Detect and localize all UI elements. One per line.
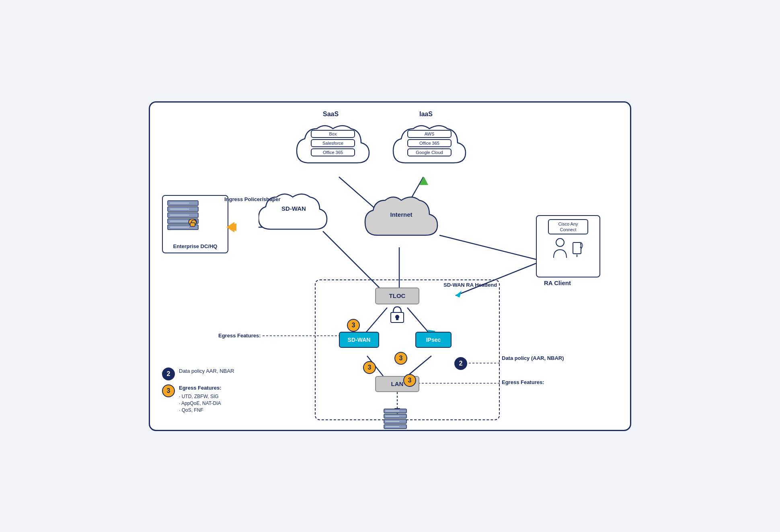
internet-cloud: Internet (363, 189, 439, 251)
cisco-anyconnect-box: Cisco Any Connect (548, 219, 588, 235)
sdwan-ra-label: SD-WAN RA Headend (443, 281, 497, 289)
badge-3-lower-left: 3 (363, 361, 376, 374)
sdwan-cloud-label: SD-WAN (259, 205, 329, 212)
iaas-office365-box: Office 365 (407, 139, 452, 147)
ingress-label: Ingress Policer/shaper (224, 196, 280, 203)
badge-2: 2 (454, 357, 467, 370)
ra-client-box: Cisco Any Connect (536, 215, 600, 277)
iaas-label: IaaS (419, 111, 433, 118)
legend-item-2: 2 Data policy AAR, NBAR (162, 368, 234, 380)
badge-3-lan: 3 (403, 374, 416, 387)
svg-marker-47 (226, 222, 234, 232)
legend-text-3: Egress Features: UTD, ZBFW, SIG AppQoE, … (179, 384, 222, 414)
iaas-cloud: AWS Office 365 Google Cloud (391, 119, 468, 181)
legend-item-3: 3 Egress Features: UTD, ZBFW, SIG AppQoE… (162, 384, 234, 414)
saas-box-box: Box (311, 130, 355, 138)
internet-cloud-label: Internet (363, 211, 439, 218)
legend-sub-item-3: QoS, FNF (179, 407, 222, 414)
orange-arrow (226, 222, 238, 234)
legend-text-2: Data policy AAR, NBAR (179, 368, 234, 375)
tloc-box: TLOC (375, 288, 419, 304)
iaas-aws-box: AWS (407, 130, 452, 138)
saas-label: SaaS (323, 111, 339, 118)
enterprise-label: Enterprise DC/HQ (173, 243, 218, 249)
svg-rect-44 (573, 242, 581, 254)
ra-client-label: RA Client (544, 279, 571, 286)
svg-rect-31 (190, 223, 195, 226)
svg-line-5 (439, 235, 536, 259)
legend-sub-item-2: AppQoE, NAT-DIA (179, 400, 222, 407)
green-arrow (420, 177, 428, 191)
diagram-container: Box Salesforce Office 365 SaaS AWS Offic… (149, 101, 631, 431)
svg-marker-46 (420, 177, 428, 185)
saas-office365-box: Office 365 (311, 148, 355, 156)
svg-point-43 (556, 238, 564, 246)
ipsec-box: IPsec (415, 332, 452, 348)
enterprise-box: Enterprise DC/HQ (162, 195, 228, 253)
data-policy-right-label: Data policy (AAR, NBAR) (502, 355, 564, 361)
legend-sub-item-1: UTD, ZBFW, SIG (179, 393, 222, 400)
egress-features-right-label: Egress Features: (502, 379, 544, 385)
iaas-google-box: Google Cloud (407, 148, 452, 156)
saas-cloud: Box Salesforce Office 365 (295, 119, 371, 181)
badge-3-middle: 3 (394, 352, 407, 365)
server-below-lan (383, 408, 407, 431)
badge-3-sdwan-top: 3 (347, 319, 360, 332)
egress-features-left-label: Egress Features: (218, 333, 261, 339)
svg-rect-34 (396, 317, 398, 320)
legend: 2 Data policy AAR, NBAR 3 Egress Feature… (162, 368, 234, 418)
sdwan-node-box: SD-WAN (339, 332, 379, 348)
saas-salesforce-box: Salesforce (311, 139, 355, 147)
legend-badge-2: 2 (162, 368, 175, 380)
legend-badge-3: 3 (162, 384, 175, 397)
